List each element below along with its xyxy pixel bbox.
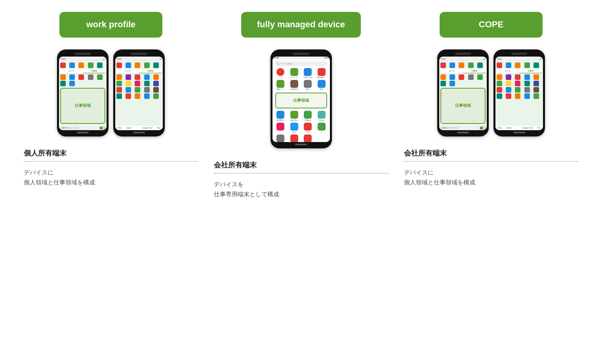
app-icon[interactable] (304, 123, 312, 131)
app-icon[interactable] (276, 111, 284, 119)
app-icon[interactable] (304, 111, 312, 119)
app-icon[interactable] (276, 135, 284, 142)
screen-fully-managed: 15:0683% 🔍 アプリを検索 メール (272, 57, 330, 142)
app-icon[interactable] (290, 80, 298, 88)
app-item: App Pass (288, 111, 301, 121)
app-icon[interactable] (304, 80, 312, 88)
app-icon[interactable] (276, 80, 284, 88)
app-icon (126, 87, 131, 93)
app-icon (60, 74, 66, 80)
screen-content-cope-2: 個人用 仕事用 (495, 61, 543, 125)
tab-work[interactable]: 仕事用 (463, 69, 486, 73)
app-grid-top (440, 63, 486, 68)
statusbar: 15:07▲ (115, 57, 163, 61)
app-label: 統計 (306, 88, 309, 90)
app-icon (524, 74, 530, 80)
phones-cope: 15:07▲ 個人用 仕事用 (437, 49, 545, 136)
tab-personal[interactable]: 個人用 (497, 69, 519, 73)
notch (455, 53, 471, 55)
app-icon[interactable] (290, 135, 298, 142)
app-icon (116, 87, 122, 93)
app-icon[interactable] (318, 123, 326, 131)
app-icon (88, 74, 93, 80)
phones-work-profile: 15:07▲ 個人用 仕事用 (57, 49, 165, 136)
tab-personal[interactable]: 個人用 (116, 69, 139, 73)
app-item: 仕置ナビLink (302, 68, 314, 78)
app-grid-mid2 (497, 81, 542, 86)
tab-bar: 個人用 仕事用 (440, 69, 486, 74)
statusbar: 15:07▲ (495, 57, 543, 61)
tab-personal[interactable]: 個人用 (440, 69, 463, 73)
column-work-profile: work profile 15:07▲ (16, 12, 206, 199)
app-icon (78, 74, 84, 80)
app-icon (468, 74, 474, 80)
tab-work[interactable]: 仕事用 (519, 69, 542, 73)
app-icon[interactable] (290, 111, 298, 119)
tab-work[interactable]: 仕事用 (139, 69, 162, 73)
app-icon (116, 93, 122, 99)
app-item: 災害用伝言 (288, 80, 301, 90)
app-icon (524, 87, 530, 93)
app-label: メール (278, 76, 283, 78)
app-icon (144, 87, 150, 93)
toggle-icon[interactable] (480, 127, 485, 129)
app-item: 診断ウォー. (274, 80, 287, 90)
app-icon[interactable] (290, 123, 298, 131)
app-item: 活動電話ブ. (274, 111, 287, 121)
app-icon[interactable] (318, 111, 326, 119)
work-area-box: 仕事領域 (60, 88, 105, 124)
search-placeholder: アプリを検索 (280, 63, 292, 65)
app-icon (144, 81, 150, 86)
app-icon (515, 93, 520, 99)
app-icon (497, 81, 502, 86)
tab-bar: 個人用 仕事用 (60, 69, 105, 74)
search-bar[interactable]: 🔍 アプリを検索 (275, 61, 328, 66)
app-icon (533, 74, 539, 80)
app-icon[interactable] (276, 123, 284, 131)
ownership-title: 会社所有端末 (214, 160, 388, 170)
app-icon[interactable] (276, 68, 284, 76)
app-icon (477, 74, 483, 80)
app-icon[interactable] (304, 68, 312, 76)
app-icon[interactable] (304, 135, 312, 142)
app-item: BCAgent (302, 111, 314, 121)
app-icon (506, 87, 511, 93)
app-icon[interactable] (318, 68, 326, 76)
app-grid-bot (440, 81, 486, 86)
description-text: デバイスに 個人領域と仕事領域を構成 (404, 167, 578, 188)
description-work-profile: 個人所有端末 デバイスに 個人領域と仕事領域を構成 (16, 148, 206, 188)
tab-personal[interactable]: 個人用 (60, 69, 83, 73)
phone-cope-1: 15:07▲ 個人用 仕事用 (437, 49, 489, 136)
app-icon (69, 63, 75, 68)
tab-bar: 個人用 仕事用 (116, 69, 162, 74)
app-label: Gmail (306, 131, 310, 133)
ownership-title: 個人所有端末 (24, 148, 198, 158)
search-icon: 🔍 (277, 63, 279, 65)
statusbar: 15:07▲ (59, 57, 107, 61)
tab-work[interactable]: 仕事用 (83, 69, 105, 73)
app-grid-bot (60, 81, 105, 86)
app-icon (497, 63, 502, 68)
divider (24, 161, 198, 162)
screen-work-profile-1: 15:07▲ 個人用 仕事用 (59, 57, 107, 130)
app-grid-mid (497, 74, 542, 80)
app-icon (459, 63, 464, 68)
app-icon (126, 93, 131, 99)
app-icon (135, 74, 140, 80)
app-label: 災害用伝言 (290, 88, 298, 90)
app-icon (116, 63, 122, 68)
app-icon (524, 81, 530, 86)
app-label: ● (321, 131, 322, 133)
screen-bottom-bar: FilesEmail···Google OnePay (495, 125, 543, 130)
app-icon[interactable] (290, 68, 298, 76)
app-icon[interactable] (318, 80, 326, 88)
notch (293, 53, 309, 55)
description-text: デバイスを 仕事専用端末として構成 (214, 179, 388, 199)
home-button (457, 132, 469, 133)
app-grid-bot (497, 87, 542, 93)
column-cope: COPE 15:07▲ (396, 12, 586, 199)
notch (75, 53, 91, 55)
app-item: Yahoo (288, 135, 301, 142)
screen-cope-1: 15:07▲ 個人用 仕事用 (439, 57, 487, 130)
toggle-icon[interactable] (99, 127, 105, 129)
